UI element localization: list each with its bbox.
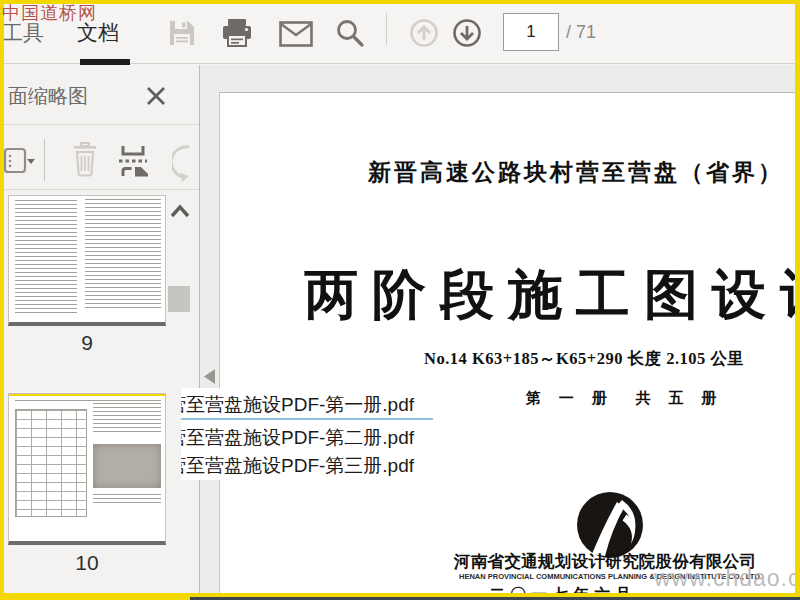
doc-main-title: 两阶段施工图设计 bbox=[304, 264, 795, 326]
pdf-link-volume-3[interactable]: 营至营盘施设PDF-第三册.pdf bbox=[181, 453, 437, 477]
page-down-icon[interactable] bbox=[452, 18, 482, 52]
rotate-icon-partial[interactable] bbox=[172, 145, 194, 189]
delete-page-icon[interactable] bbox=[68, 141, 102, 183]
separator bbox=[4, 124, 199, 125]
thumbnails-panel: 面缩略图 9 bbox=[4, 65, 200, 600]
close-icon[interactable] bbox=[145, 85, 167, 107]
page-number-input[interactable]: 1 bbox=[503, 13, 559, 51]
panel-title: 面缩略图 bbox=[8, 83, 88, 110]
site-watermark: www.chdao.com bbox=[654, 565, 795, 592]
email-icon[interactable] bbox=[279, 21, 313, 51]
thumbnail-page-9[interactable] bbox=[8, 195, 166, 326]
thumb-text-column bbox=[93, 403, 161, 435]
thumb-text-column bbox=[93, 494, 161, 504]
thumbnail-page-number: 10 bbox=[8, 551, 166, 575]
doc-volume-line: 第 一 册 共 五 册 bbox=[526, 389, 723, 408]
chdao-red-watermark: 中国道桥网 bbox=[2, 1, 97, 25]
search-icon[interactable] bbox=[335, 18, 365, 52]
separator bbox=[44, 139, 45, 181]
toolbar-divider bbox=[386, 13, 387, 45]
doc-project-title: 新晋高速公路块村营至营盘（省界） bbox=[368, 157, 784, 188]
split-pages-icon[interactable] bbox=[116, 142, 154, 184]
doc-stake-line: No.14 K63+185～K65+290 长度 2.105 公里 bbox=[424, 348, 744, 370]
pdf-viewer-window: 工具 文档 1 / 71 面缩略图 bbox=[0, 0, 800, 600]
thumb-highlight-line bbox=[9, 394, 166, 396]
pdf-link-volume-2[interactable]: 营至营盘施设PDF-第二册.pdf bbox=[181, 425, 437, 449]
frame-right bbox=[795, 0, 800, 600]
thumb-map-image bbox=[93, 444, 161, 488]
document-area: 新晋高速公路块村营至营盘（省界） 两阶段施工图设计 No.14 K63+185～… bbox=[200, 65, 795, 593]
page-up-icon[interactable] bbox=[409, 18, 439, 52]
link-underline bbox=[181, 418, 433, 420]
scroll-up-icon[interactable] bbox=[169, 203, 191, 223]
separator bbox=[4, 189, 199, 190]
thumb-table bbox=[15, 409, 87, 517]
toolbar: 工具 文档 1 / 71 bbox=[4, 4, 795, 64]
save-icon[interactable] bbox=[167, 18, 197, 52]
pdf-link-volume-1[interactable]: 营至营盘施设PDF-第一册.pdf bbox=[181, 392, 437, 416]
page-total-label: / 71 bbox=[566, 22, 596, 43]
doc-date-line: 二〇一七年六月 bbox=[489, 585, 636, 593]
frame-top bbox=[0, 0, 800, 4]
scrollbar-thumb[interactable] bbox=[168, 286, 190, 312]
document-page: 新晋高速公路块村营至营盘（省界） 两阶段施工图设计 No.14 K63+185～… bbox=[219, 92, 795, 593]
frame-left bbox=[0, 0, 4, 600]
attachment-links: 营至营盘施设PDF-第一册.pdf 营至营盘施设PDF-第二册.pdf 营至营盘… bbox=[181, 388, 437, 480]
thumb-text-column bbox=[85, 199, 161, 311]
thumb-text-column bbox=[15, 200, 77, 316]
print-icon[interactable] bbox=[221, 18, 253, 52]
insert-page-dropdown-icon[interactable] bbox=[4, 143, 36, 183]
thumbnail-page-10[interactable] bbox=[8, 393, 166, 545]
sidebar-collapse-icon[interactable] bbox=[204, 369, 215, 388]
thumbnail-page-number: 9 bbox=[8, 331, 166, 355]
